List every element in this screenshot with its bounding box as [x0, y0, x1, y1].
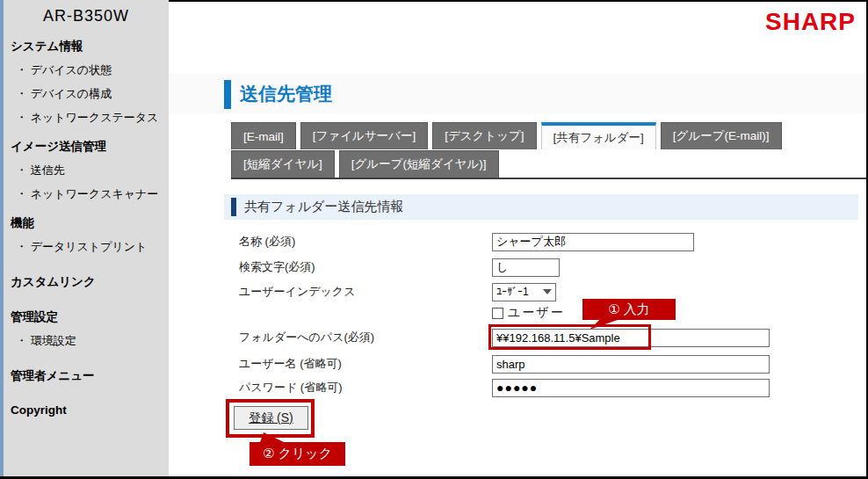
section-title: 共有フォルダー送信先情報: [244, 199, 403, 215]
title-accent-bar: [224, 80, 231, 109]
folder-path-label: フォルダーへのパス(必須): [239, 330, 492, 345]
form-row-password: パスワード (省略可): [239, 377, 770, 398]
sidebar-item-network-scanner[interactable]: ネットワークスキャナー: [16, 186, 169, 202]
annotation-step1-label: ① 入力: [608, 301, 650, 318]
user-index-select[interactable]: ﾕｰｻﾞｰ1: [492, 283, 556, 301]
sidebar-item-network-status[interactable]: ネットワークステータス: [16, 110, 169, 126]
name-input[interactable]: [492, 233, 694, 251]
page-title-band: 送信先管理: [169, 74, 866, 114]
tab-email[interactable]: [E-mail]: [231, 122, 296, 149]
form-row-folder-path: フォルダーへのパス(必須): [239, 327, 770, 348]
user-checkbox[interactable]: [492, 308, 503, 319]
tab-file-server[interactable]: [ファイルサーバー]: [300, 122, 428, 149]
destination-tabs: [E-mail] [ファイルサーバー] [デスクトップ] [共有フォルダー] […: [231, 122, 866, 179]
search-char-input[interactable]: [492, 258, 560, 277]
sidebar-section-image-send: イメージ送信管理: [11, 139, 169, 155]
sidebar-item-copyright[interactable]: Copyright: [11, 403, 169, 417]
tab-speed-dial[interactable]: [短縮ダイヤル]: [231, 150, 335, 178]
form-row-user-checkbox: ユーザー: [239, 302, 565, 323]
device-web-page: AR-B350W システム情報 デバイスの状態 デバイスの構成 ネットワークステ…: [0, 0, 868, 479]
sidebar: AR-B350W システム情報 デバイスの状態 デバイスの構成 ネットワークステ…: [0, 0, 169, 476]
sidebar-item-device-config[interactable]: デバイスの構成: [16, 86, 169, 102]
password-input[interactable]: [492, 379, 770, 397]
tab-row-1: [E-mail] [ファイルサーバー] [デスクトップ] [共有フォルダー] […: [231, 122, 866, 149]
callout-pointer-up-icon: [260, 432, 284, 442]
tab-shared-folder[interactable]: [共有フォルダー]: [541, 122, 656, 149]
frame-border-top: [169, 0, 868, 2]
register-button[interactable]: 登録 (S): [234, 406, 308, 430]
user-name-input[interactable]: [492, 355, 770, 374]
sidebar-item-admin-menu[interactable]: 管理者メニュー: [11, 368, 169, 384]
sidebar-section-admin-settings: 管理設定: [11, 309, 169, 325]
password-label: パスワード (省略可): [239, 380, 492, 396]
sidebar-item-environment-settings[interactable]: 環境設定: [16, 333, 169, 349]
sidebar-item-destination[interactable]: 送信先: [16, 163, 169, 178]
user-checkbox-label: ユーザー: [508, 305, 565, 321]
folder-path-input[interactable]: [492, 329, 770, 347]
form-row-name: 名称 (必須): [239, 231, 694, 252]
tab-row-2: [短縮ダイヤル] [グループ(短縮ダイヤル)]: [231, 150, 866, 178]
device-model: AR-B350W: [4, 7, 169, 25]
tab-desktop[interactable]: [デスクトップ]: [432, 122, 536, 149]
tab-group-email[interactable]: [グループ(E-mail)]: [661, 122, 782, 149]
section-header: 共有フォルダー送信先情報: [224, 194, 858, 220]
sharp-logo: SHARP: [765, 8, 856, 36]
sidebar-section-functions: 機能: [11, 215, 169, 231]
user-index-label: ユーザーインデックス: [239, 284, 492, 300]
tab-group-speed-dial[interactable]: [グループ(短縮ダイヤル)]: [339, 150, 499, 178]
sidebar-section-system-info: システム情報: [11, 39, 169, 54]
name-label: 名称 (必須): [239, 234, 492, 250]
form-row-user-index: ユーザーインデックス ﾕｰｻﾞｰ1: [239, 281, 556, 302]
sidebar-item-custom-links[interactable]: カスタムリンク: [11, 274, 169, 290]
annotation-step2-click: ② クリック: [250, 442, 345, 466]
form-row-user-name: ユーザー名 (省略可): [239, 353, 770, 374]
page-title: 送信先管理: [240, 82, 332, 106]
sidebar-item-device-status[interactable]: デバイスの状態: [16, 62, 169, 78]
annotation-step1-input: ① 入力: [582, 299, 676, 320]
chevron-down-icon: [543, 289, 552, 294]
sidebar-item-data-list-print[interactable]: データリストプリント: [16, 239, 169, 255]
user-name-label: ユーザー名 (省略可): [239, 356, 492, 372]
search-char-label: 検索文字(必須): [239, 259, 492, 275]
section-accent-bar: [231, 198, 236, 216]
form-row-search: 検索文字(必須): [239, 257, 560, 278]
annotation-step2-label: ② クリック: [263, 446, 332, 462]
user-index-value: ﾕｰｻﾞｰ1: [496, 286, 529, 298]
